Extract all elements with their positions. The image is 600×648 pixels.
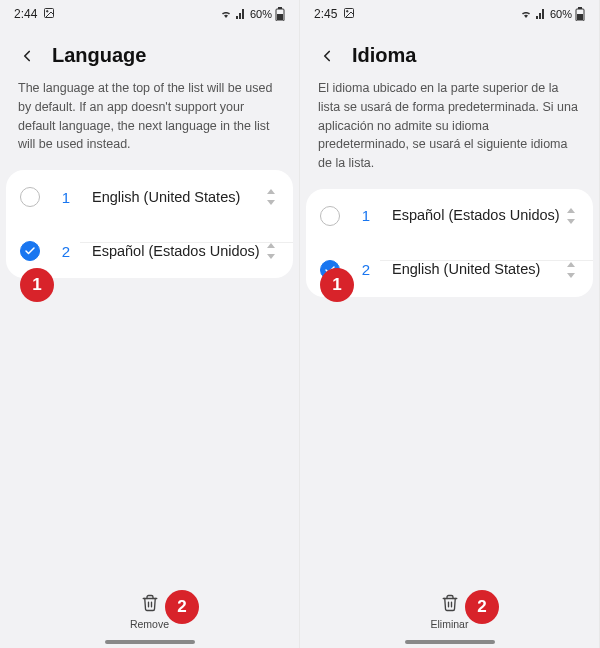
radio-unchecked[interactable]	[320, 206, 340, 226]
svg-point-10	[347, 10, 349, 12]
header: Language	[0, 28, 299, 75]
language-row[interactable]: 1 English (United States)	[6, 170, 293, 224]
language-label: English (United States)	[80, 188, 263, 207]
radio-checked[interactable]	[20, 241, 40, 261]
battery-percent: 60%	[550, 8, 572, 20]
svg-point-1	[47, 10, 49, 12]
picture-icon	[43, 7, 55, 22]
status-time: 2:45	[314, 7, 337, 21]
svg-marker-7	[267, 243, 275, 248]
language-label: Español (Estados Unidos)	[80, 242, 263, 261]
battery-icon	[275, 7, 285, 21]
language-row[interactable]: 1 Español (Estados Unidos)	[306, 189, 593, 243]
description: The language at the top of the list will…	[0, 75, 299, 170]
callout-badge: 2	[165, 590, 199, 624]
drag-handle-icon[interactable]	[263, 243, 279, 259]
nav-pill	[405, 640, 495, 644]
trash-icon[interactable]	[441, 594, 459, 616]
radio-unchecked[interactable]	[20, 187, 40, 207]
language-row[interactable]: 2 Español (Estados Unidos)	[6, 224, 293, 278]
drag-handle-icon[interactable]	[263, 189, 279, 205]
description: El idioma ubicado en la parte superior d…	[300, 75, 599, 189]
drag-handle-icon[interactable]	[563, 208, 579, 224]
svg-marker-16	[567, 262, 575, 267]
svg-marker-8	[267, 254, 275, 259]
nav-pill	[105, 640, 195, 644]
callout-badge: 2	[465, 590, 499, 624]
signal-icon	[535, 8, 547, 20]
pane-right: 2:45 60% Idioma El idioma ubicado en la …	[300, 0, 600, 648]
language-list: 1 English (United States) 2 Español (Est…	[6, 170, 293, 278]
svg-rect-13	[577, 14, 583, 20]
page-title: Language	[52, 44, 146, 67]
signal-icon	[235, 8, 247, 20]
bottom-bar: Eliminar	[300, 594, 599, 630]
status-bar: 2:45 60%	[300, 0, 599, 28]
header: Idioma	[300, 28, 599, 75]
svg-marker-17	[567, 273, 575, 278]
language-label: Español (Estados Unidos)	[380, 206, 563, 225]
language-label: English (United States)	[380, 260, 563, 279]
back-icon[interactable]	[318, 47, 336, 65]
callout-badge: 1	[20, 268, 54, 302]
remove-label[interactable]: Remove	[130, 618, 169, 630]
svg-marker-15	[567, 219, 575, 224]
wifi-icon	[220, 8, 232, 20]
svg-rect-4	[277, 14, 283, 20]
battery-icon	[575, 7, 585, 21]
row-index: 2	[352, 261, 380, 278]
page-title: Idioma	[352, 44, 416, 67]
svg-marker-14	[567, 208, 575, 213]
status-bar: 2:44 60%	[0, 0, 299, 28]
trash-icon[interactable]	[141, 594, 159, 616]
callout-badge: 1	[320, 268, 354, 302]
back-icon[interactable]	[18, 47, 36, 65]
status-time: 2:44	[14, 7, 37, 21]
row-index: 1	[52, 189, 80, 206]
battery-percent: 60%	[250, 8, 272, 20]
picture-icon	[343, 7, 355, 22]
pane-left: 2:44 60% Language The language at the to…	[0, 0, 300, 648]
row-index: 1	[352, 207, 380, 224]
bottom-bar: Remove	[0, 594, 299, 630]
svg-marker-5	[267, 189, 275, 194]
drag-handle-icon[interactable]	[563, 262, 579, 278]
wifi-icon	[520, 8, 532, 20]
row-index: 2	[52, 243, 80, 260]
remove-label[interactable]: Eliminar	[431, 618, 469, 630]
svg-marker-6	[267, 200, 275, 205]
